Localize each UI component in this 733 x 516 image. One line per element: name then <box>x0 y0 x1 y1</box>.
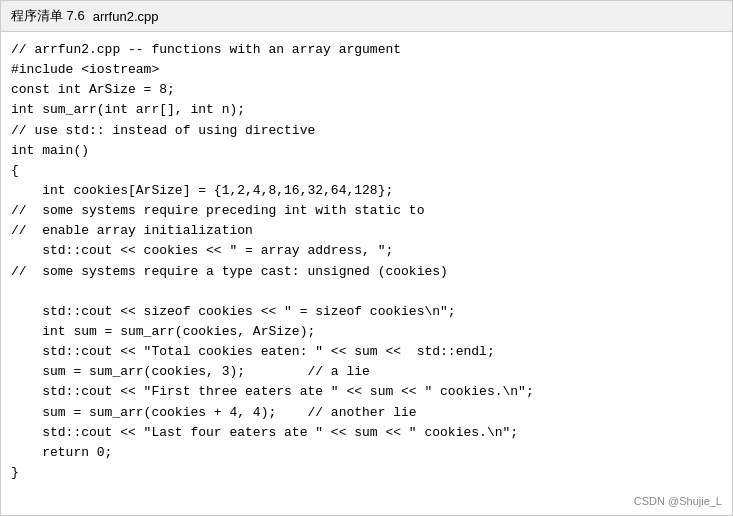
code-line: // arrfun2.cpp -- functions with an arra… <box>11 40 722 60</box>
code-line: std::cout << sizeof cookies << " = sizeo… <box>11 302 722 322</box>
main-container: 程序清单 7.6 arrfun2.cpp // arrfun2.cpp -- f… <box>0 0 733 516</box>
code-line: // use std:: instead of using directive <box>11 121 722 141</box>
header-bar: 程序清单 7.6 arrfun2.cpp <box>1 1 732 32</box>
code-line: // enable array initialization <box>11 221 722 241</box>
code-line: std::cout << "Last four eaters ate " << … <box>11 423 722 443</box>
code-line: int main() <box>11 141 722 161</box>
header-filename: arrfun2.cpp <box>93 9 159 24</box>
code-line: return 0; <box>11 443 722 463</box>
code-line <box>11 282 722 302</box>
code-line: sum = sum_arr(cookies, 3); // a lie <box>11 362 722 382</box>
code-line: int sum_arr(int arr[], int n); <box>11 100 722 120</box>
code-line: const int ArSize = 8; <box>11 80 722 100</box>
watermark: CSDN @Shujie_L <box>634 495 722 507</box>
header-title: 程序清单 7.6 <box>11 7 85 25</box>
code-line: { <box>11 161 722 181</box>
code-line: int cookies[ArSize] = {1,2,4,8,16,32,64,… <box>11 181 722 201</box>
code-line: int sum = sum_arr(cookies, ArSize); <box>11 322 722 342</box>
code-line: // some systems require preceding int wi… <box>11 201 722 221</box>
code-line: #include <iostream> <box>11 60 722 80</box>
code-line: } <box>11 463 722 483</box>
code-line: std::cout << "First three eaters ate " <… <box>11 382 722 402</box>
code-area: // arrfun2.cpp -- functions with an arra… <box>1 32 732 515</box>
code-line: // some systems require a type cast: uns… <box>11 262 722 282</box>
code-line: std::cout << "Total cookies eaten: " << … <box>11 342 722 362</box>
code-block: // arrfun2.cpp -- functions with an arra… <box>11 40 722 483</box>
code-line: sum = sum_arr(cookies + 4, 4); // anothe… <box>11 403 722 423</box>
code-line: std::cout << cookies << " = array addres… <box>11 241 722 261</box>
